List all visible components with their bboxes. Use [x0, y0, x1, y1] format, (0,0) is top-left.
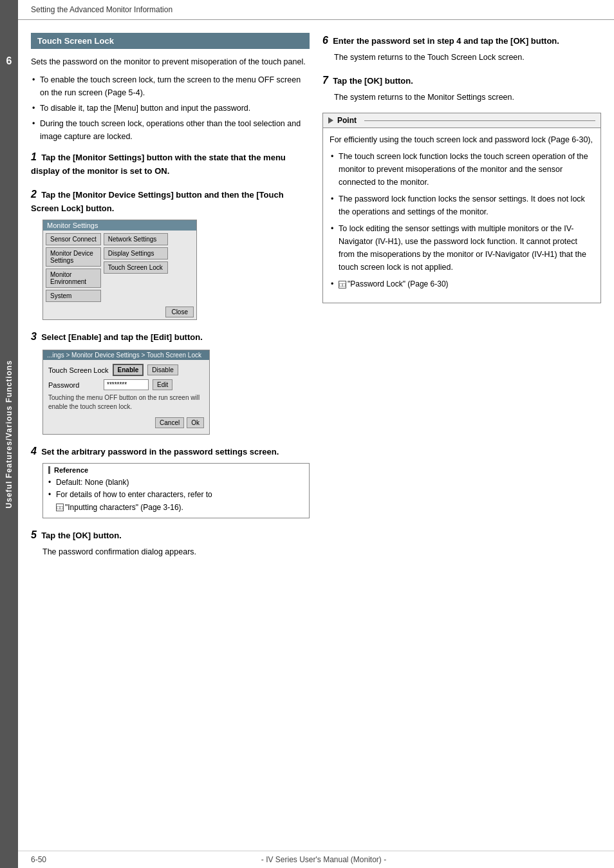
tsl-ok-button[interactable]: Ok [187, 417, 204, 428]
link-icon-2: □□ [339, 281, 346, 288]
step-7-number: 7 [322, 75, 328, 86]
step-2-heading: 2 Tap the [Monitor Device Settings] butt… [31, 187, 310, 215]
step-6-text: Enter the password set in step 4 and tap… [333, 36, 559, 46]
step-1-text: Tap the [Monitor Settings] button with t… [31, 153, 286, 176]
step-2: 2 Tap the [Monitor Device Settings] butt… [31, 187, 310, 321]
step-2-text: Tap the [Monitor Device Settings] button… [31, 190, 284, 213]
step-4: 4 Set the arbitrary password in the pass… [31, 444, 310, 518]
ss-monitor-device: Monitor DeviceSettings [46, 247, 101, 267]
ss-system: System [46, 290, 101, 302]
point-box: Point For efficiently using the touch sc… [322, 113, 601, 303]
monitor-settings-screenshot: Monitor Settings Sensor Connect Monitor … [42, 220, 197, 320]
tsl-row-enable: Touch Screen Lock Enable Disable [48, 364, 204, 376]
bullet-list: To enable the touch screen lock, turn th… [31, 73, 310, 143]
reference-item: For details of how to enter characters, … [48, 489, 304, 514]
step-6-body: The system returns to the Touch Screen L… [334, 51, 601, 64]
header-bar: Setting the Advanced Monitor Information [18, 0, 614, 20]
step-1: 1 Tap the [Monitor Settings] button with… [31, 149, 310, 178]
tsl-enable-button[interactable]: Enable [113, 364, 144, 376]
ss-display-settings: Display Settings [104, 247, 168, 259]
page-footer: 6-50 - IV Series User's Manual (Monitor)… [18, 851, 614, 868]
point-list-item: The password lock function locks the sen… [330, 193, 594, 218]
ss-monitor-env: MonitorEnvironment [46, 269, 101, 288]
step-3-text: Select [Enable] and tap the [Edit] butto… [41, 332, 203, 342]
step-1-heading: 1 Tap the [Monitor Settings] button with… [31, 149, 310, 178]
screenshot-right-col: Network Settings Display Settings Touch … [104, 233, 168, 302]
ss-touch-screen-lock: Touch Screen Lock [104, 261, 168, 274]
step-5-heading: 5 Tap the [OK] button. [31, 527, 310, 543]
tsl-lock-label: Touch Screen Lock [48, 366, 109, 374]
tsl-password-label: Password [48, 381, 100, 389]
step-4-heading: 4 Set the arbitrary password in the pass… [31, 444, 310, 459]
point-bullet-list: The touch screen lock function locks the… [330, 150, 594, 291]
reference-title: Reference [48, 466, 304, 474]
step-7-body: The system returns to the Monitor Settin… [334, 91, 601, 104]
reference-item: Default: None (blank) [48, 476, 304, 489]
ss-network-settings: Network Settings [104, 233, 168, 245]
step-3-heading: 3 Select [Enable] and tap the [Edit] but… [31, 329, 310, 344]
footer-page-number: 6-50 [31, 855, 46, 864]
step-5-text: Tap the [OK] button. [41, 531, 122, 540]
ss-sensor-connect: Sensor Connect [46, 233, 101, 245]
step-3: 3 Select [Enable] and tap the [Edit] but… [31, 329, 310, 435]
page-link: □□ "Inputting characters" (Page 3-16). [56, 502, 183, 514]
tsl-cancel-button[interactable]: Cancel [155, 417, 184, 428]
step-4-text: Set the arbitrary password in the passwo… [41, 447, 279, 457]
screenshot-title: Monitor Settings [43, 220, 196, 231]
point-list-item: The touch screen lock function locks the… [330, 150, 594, 189]
step-1-number: 1 [31, 151, 37, 162]
tsl-title-bar: ...ings > Monitor Device Settings > Touc… [43, 350, 209, 360]
tsl-body: Touch Screen Lock Enable Disable Passwor… [43, 360, 209, 434]
reference-list: Default: None (blank) For details of how… [48, 476, 304, 514]
step-2-number: 2 [31, 189, 37, 200]
list-item: To disable it, tap the [Menu] button and… [31, 102, 310, 115]
tsl-dialog-screenshot: ...ings > Monitor Device Settings > Touc… [42, 350, 210, 435]
list-item: During the touch screen lock, operations… [31, 117, 310, 143]
step-7-text: Tap the [OK] button. [333, 76, 413, 86]
step-4-number: 4 [31, 446, 37, 457]
columns-layout: Touch Screen Lock Sets the password on t… [18, 20, 614, 580]
tsl-footer: Cancel Ok [48, 415, 204, 430]
tsl-edit-button[interactable]: Edit [153, 379, 172, 390]
step-5: 5 Tap the [OK] button. The password conf… [31, 527, 310, 558]
intro-text: Sets the password on the monitor to prev… [31, 55, 310, 68]
list-item: To enable the touch screen lock, turn th… [31, 73, 310, 99]
point-intro: For efficiently using the touch screen l… [330, 133, 594, 146]
point-triangle-icon [328, 117, 333, 124]
right-column: 6 Enter the password set in step 4 and t… [322, 33, 601, 567]
point-list-item: □□ "Password Lock" (Page 6-30) [330, 278, 594, 291]
reference-box: Reference Default: None (blank) For deta… [42, 463, 310, 518]
ss-close-button: Close [165, 307, 194, 317]
step-5-number: 5 [31, 529, 37, 540]
step-5-body: The password confirmation dialog appears… [42, 545, 310, 558]
screenshot-left-col: Sensor Connect Monitor DeviceSettings Mo… [46, 233, 101, 302]
footer-title: - IV Series User's Manual (Monitor) - [261, 855, 386, 864]
link-icon: □□ [56, 504, 64, 511]
screenshot-footer: Close [43, 305, 196, 319]
chapter-number: 6 [0, 52, 18, 71]
point-body: For efficiently using the touch screen l… [323, 128, 600, 303]
chapter-label: Useful Features/Various Functions [5, 360, 14, 508]
screenshot-body: Sensor Connect Monitor DeviceSettings Mo… [43, 231, 196, 305]
left-column: Touch Screen Lock Sets the password on t… [31, 33, 310, 567]
header-title: Setting the Advanced Monitor Information [31, 5, 172, 14]
step-6: 6 Enter the password set in step 4 and t… [322, 33, 601, 64]
point-title: Point [323, 113, 600, 128]
step-6-number: 6 [322, 35, 328, 46]
tsl-disable-button[interactable]: Disable [147, 364, 178, 375]
step-6-heading: 6 Enter the password set in step 4 and t… [322, 33, 601, 48]
tsl-password-field[interactable]: ******** [104, 379, 149, 390]
main-content: Setting the Advanced Monitor Information… [18, 0, 614, 580]
tsl-note: Touching the menu OFF button on the run … [48, 393, 204, 411]
section-title: Touch Screen Lock [31, 33, 310, 49]
point-list-item: To lock editing the sensor settings with… [330, 222, 594, 274]
step-7-heading: 7 Tap the [OK] button. [322, 73, 601, 88]
vertical-tab: 6 Useful Features/Various Functions [0, 0, 18, 868]
password-lock-link: □□ "Password Lock" (Page 6-30) [339, 278, 449, 290]
step-3-number: 3 [31, 331, 37, 342]
step-7: 7 Tap the [OK] button. The system return… [322, 73, 601, 104]
tsl-row-password: Password ******** Edit [48, 379, 204, 390]
